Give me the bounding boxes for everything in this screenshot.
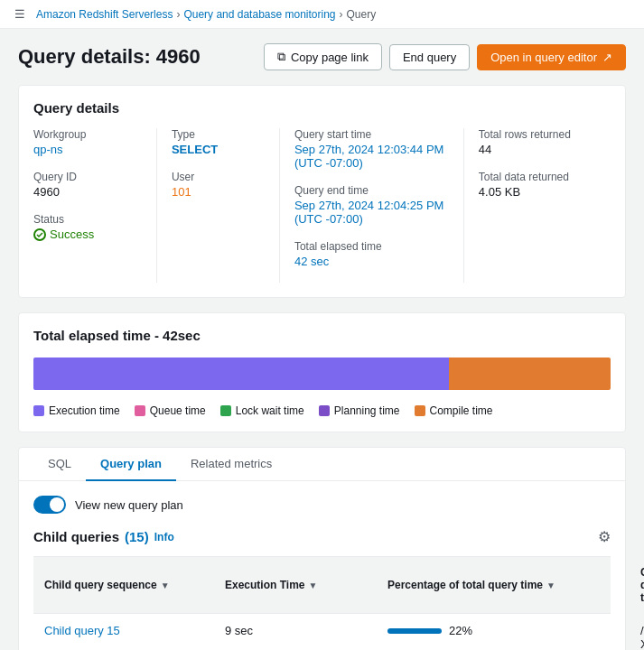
child-queries-header: Child queries (15) Info ⚙ bbox=[33, 528, 611, 545]
workgroup-value[interactable]: qp-ns bbox=[33, 143, 145, 156]
data-returned-label: Total data returned bbox=[479, 171, 600, 183]
breadcrumb-current: Query bbox=[347, 8, 377, 21]
workgroup-item: Workgroup qp-ns bbox=[33, 128, 145, 156]
breadcrumb-sep-1: › bbox=[176, 8, 180, 21]
cell-percentage: 22% bbox=[377, 619, 630, 650]
col-header-querytext-label: Child query text bbox=[640, 566, 644, 604]
open-in-editor-button[interactable]: Open in query editor ↗ bbox=[477, 44, 626, 70]
bar-chart bbox=[33, 358, 611, 390]
child-queries-label: Child queries bbox=[33, 529, 119, 544]
compile-bar bbox=[449, 358, 611, 390]
rows-returned-value: 44 bbox=[479, 143, 600, 156]
query-id-label: Query ID bbox=[33, 171, 145, 183]
status-item: Status Success bbox=[33, 213, 145, 241]
elapsed-time-label: Total elapsed time bbox=[294, 240, 453, 253]
breadcrumb-sep-2: › bbox=[340, 8, 343, 21]
status-circle-icon bbox=[33, 228, 46, 241]
type-label: Type bbox=[172, 128, 268, 141]
tab-related-metrics[interactable]: Related metrics bbox=[176, 448, 286, 481]
details-grid: Workgroup qp-ns Query ID 4960 Status Suc… bbox=[33, 128, 611, 283]
cell-sequence[interactable]: Child query 15 bbox=[33, 619, 214, 650]
details-col-4: Total rows returned 44 Total data return… bbox=[463, 128, 611, 283]
toggle-label: View new query plan bbox=[75, 498, 183, 512]
legend-label-compile: Compile time bbox=[430, 404, 493, 417]
header-actions: ⧉ Copy page link End query Open in query… bbox=[264, 43, 626, 70]
col-header-querytext: Child query text bbox=[630, 562, 644, 608]
col-header-percentage-label: Percentage of total query time bbox=[387, 579, 543, 591]
data-returned-value: 4.05 KB bbox=[479, 185, 600, 199]
legend-dot-queue bbox=[135, 405, 145, 416]
sort-icon-sequence: ▼ bbox=[161, 580, 170, 590]
legend-execution: Execution time bbox=[33, 404, 120, 417]
elapsed-time-value: 42 sec bbox=[294, 255, 453, 268]
details-col-1: Workgroup qp-ns Query ID 4960 Status Suc… bbox=[33, 128, 156, 283]
cell-querytext: /* RQEV2-XPMEzlSZju */ -- start bbox=[630, 619, 644, 650]
child-queries-title: Child queries (15) Info bbox=[33, 529, 174, 544]
child-queries-table: Child query sequence ▼ Execution Time ▼ … bbox=[33, 556, 611, 650]
rows-returned-item: Total rows returned 44 bbox=[479, 128, 600, 156]
start-time-item: Query start time Sep 27th, 2024 12:03:44… bbox=[294, 128, 453, 170]
tab-query-plan[interactable]: Query plan bbox=[86, 448, 176, 481]
legend-label-lockwait: Lock wait time bbox=[236, 404, 304, 417]
status-value: Success bbox=[33, 228, 145, 241]
copy-page-link-button[interactable]: ⧉ Copy page link bbox=[264, 43, 382, 70]
start-time-label: Query start time bbox=[294, 128, 453, 141]
tabs-container: SQL Query plan Related metrics View new … bbox=[18, 447, 626, 650]
copy-page-link-label: Copy page link bbox=[291, 51, 369, 64]
elapsed-time-item: Total elapsed time 42 sec bbox=[294, 240, 453, 268]
query-id-item: Query ID 4960 bbox=[33, 171, 145, 199]
progress-bar-container: 22% bbox=[387, 624, 619, 637]
page-header: Query details: 4960 ⧉ Copy page link End… bbox=[18, 43, 626, 70]
table-header: Child query sequence ▼ Execution Time ▼ … bbox=[33, 556, 611, 614]
legend-label-execution: Execution time bbox=[49, 404, 120, 417]
query-details-title: Query details bbox=[33, 100, 611, 116]
col-header-sequence[interactable]: Child query sequence ▼ bbox=[33, 562, 214, 608]
end-time-label: Query end time bbox=[294, 184, 453, 197]
rows-returned-label: Total rows returned bbox=[479, 128, 600, 141]
end-query-button[interactable]: End query bbox=[389, 44, 470, 70]
legend-dot-planning bbox=[319, 405, 330, 416]
page-title: Query details: 4960 bbox=[18, 45, 201, 69]
hamburger-icon[interactable]: ☰ bbox=[14, 7, 25, 21]
start-time-value: Sep 27th, 2024 12:03:44 PM (UTC -07:00) bbox=[294, 143, 453, 170]
legend-dot-execution bbox=[33, 405, 44, 416]
progress-bar bbox=[387, 628, 442, 634]
legend-dot-lockwait bbox=[220, 405, 231, 416]
status-text: Success bbox=[50, 228, 94, 241]
col-header-sequence-label: Child query sequence bbox=[44, 579, 157, 591]
breadcrumb: Amazon Redshift Serverless › Query and d… bbox=[36, 8, 376, 21]
legend-label-queue: Queue time bbox=[150, 404, 206, 417]
main-content: Query details: 4960 ⧉ Copy page link End… bbox=[0, 29, 644, 650]
breadcrumb-monitoring[interactable]: Query and database monitoring bbox=[183, 8, 335, 21]
copy-icon: ⧉ bbox=[277, 50, 285, 64]
legend-lockwait: Lock wait time bbox=[220, 404, 304, 417]
legend-planning: Planning time bbox=[319, 404, 400, 417]
child-queries-info-link[interactable]: Info bbox=[154, 531, 174, 543]
workgroup-label: Workgroup bbox=[33, 128, 145, 141]
details-col-2: Type SELECT User 101 bbox=[156, 128, 279, 283]
open-in-editor-label: Open in query editor bbox=[490, 51, 597, 64]
percentage-text: 22% bbox=[449, 624, 472, 637]
toggle-thumb bbox=[50, 497, 64, 512]
gear-icon[interactable]: ⚙ bbox=[598, 528, 611, 545]
col-header-percentage[interactable]: Percentage of total query time ▼ bbox=[377, 562, 630, 608]
breadcrumb-serverless[interactable]: Amazon Redshift Serverless bbox=[36, 8, 173, 21]
toggle-row: View new query plan bbox=[33, 496, 611, 514]
chart-section: Total elapsed time - 42sec Execution tim… bbox=[18, 312, 626, 432]
user-value: 101 bbox=[172, 185, 268, 199]
tabs-header: SQL Query plan Related metrics bbox=[19, 448, 625, 481]
chart-legend: Execution time Queue time Lock wait time… bbox=[33, 404, 611, 417]
type-value: SELECT bbox=[172, 143, 268, 156]
col-header-exectime-label: Execution Time bbox=[225, 579, 304, 591]
tab-sql[interactable]: SQL bbox=[33, 448, 86, 481]
sort-icon-percentage: ▼ bbox=[546, 580, 555, 590]
end-time-item: Query end time Sep 27th, 2024 12:04:25 P… bbox=[294, 184, 453, 226]
query-id-value: 4960 bbox=[33, 185, 145, 199]
end-query-label: End query bbox=[403, 51, 456, 64]
details-col-3: Query start time Sep 27th, 2024 12:03:44… bbox=[279, 128, 463, 283]
view-new-query-plan-toggle[interactable] bbox=[33, 496, 66, 514]
status-label: Status bbox=[33, 213, 145, 226]
col-header-exectime[interactable]: Execution Time ▼ bbox=[214, 562, 377, 608]
sort-icon-exectime: ▼ bbox=[308, 580, 317, 590]
legend-compile: Compile time bbox=[415, 404, 493, 417]
